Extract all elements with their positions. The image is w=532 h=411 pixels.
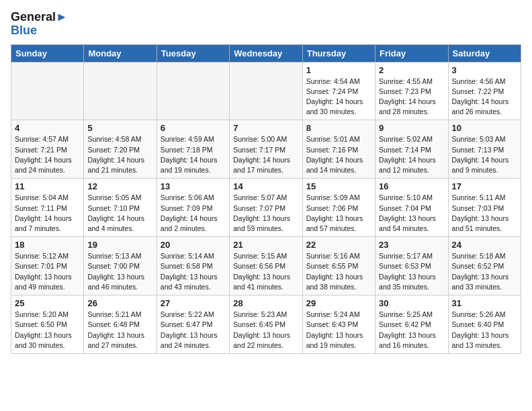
calendar-week-row: 1Sunrise: 4:54 AMSunset: 7:24 PMDaylight…	[11, 62, 521, 120]
calendar-day-cell	[230, 62, 302, 120]
day-info: Sunrise: 5:05 AMSunset: 7:10 PMDaylight:…	[87, 193, 152, 234]
calendar-day-cell: 11Sunrise: 5:04 AMSunset: 7:11 PMDayligh…	[11, 179, 84, 237]
weekday-header: Friday	[375, 44, 448, 62]
day-info: Sunrise: 5:12 AMSunset: 7:01 PMDaylight:…	[15, 251, 80, 292]
weekday-header: Saturday	[448, 44, 521, 62]
day-number: 8	[306, 123, 371, 133]
day-info: Sunrise: 5:14 AMSunset: 6:58 PMDaylight:…	[161, 251, 226, 292]
day-number: 20	[161, 240, 226, 250]
calendar-day-cell: 28Sunrise: 5:23 AMSunset: 6:45 PMDayligh…	[230, 295, 302, 354]
calendar-week-row: 11Sunrise: 5:04 AMSunset: 7:11 PMDayligh…	[11, 179, 521, 237]
day-number: 15	[306, 181, 371, 191]
day-info: Sunrise: 5:16 AMSunset: 6:55 PMDaylight:…	[306, 251, 371, 292]
calendar-day-cell	[157, 62, 229, 120]
calendar-day-cell: 12Sunrise: 5:05 AMSunset: 7:10 PMDayligh…	[84, 179, 157, 237]
calendar-day-cell: 9Sunrise: 5:02 AMSunset: 7:14 PMDaylight…	[375, 120, 448, 179]
day-info: Sunrise: 5:26 AMSunset: 6:40 PMDaylight:…	[452, 310, 517, 351]
day-number: 4	[15, 123, 80, 133]
day-info: Sunrise: 5:21 AMSunset: 6:48 PMDaylight:…	[87, 310, 152, 351]
calendar-day-cell: 25Sunrise: 5:20 AMSunset: 6:50 PMDayligh…	[11, 295, 84, 354]
day-number: 23	[379, 240, 444, 250]
weekday-header: Sunday	[11, 44, 84, 62]
calendar-day-cell: 10Sunrise: 5:03 AMSunset: 7:13 PMDayligh…	[448, 120, 521, 179]
day-info: Sunrise: 5:00 AMSunset: 7:17 PMDaylight:…	[233, 134, 298, 175]
logo: General► Blue	[11, 11, 68, 38]
day-info: Sunrise: 5:01 AMSunset: 7:16 PMDaylight:…	[306, 134, 371, 175]
calendar-week-row: 18Sunrise: 5:12 AMSunset: 7:01 PMDayligh…	[11, 237, 521, 295]
calendar-day-cell: 29Sunrise: 5:24 AMSunset: 6:43 PMDayligh…	[302, 295, 375, 354]
weekday-header: Wednesday	[230, 44, 302, 62]
day-info: Sunrise: 4:58 AMSunset: 7:20 PMDaylight:…	[87, 134, 152, 175]
calendar-day-cell: 27Sunrise: 5:22 AMSunset: 6:47 PMDayligh…	[157, 295, 229, 354]
calendar-day-cell: 17Sunrise: 5:11 AMSunset: 7:03 PMDayligh…	[448, 179, 521, 237]
calendar-day-cell: 13Sunrise: 5:06 AMSunset: 7:09 PMDayligh…	[157, 179, 229, 237]
calendar-day-cell: 23Sunrise: 5:17 AMSunset: 6:53 PMDayligh…	[375, 237, 448, 295]
day-info: Sunrise: 5:03 AMSunset: 7:13 PMDaylight:…	[452, 134, 517, 175]
day-info: Sunrise: 5:20 AMSunset: 6:50 PMDaylight:…	[15, 310, 80, 351]
calendar-day-cell: 18Sunrise: 5:12 AMSunset: 7:01 PMDayligh…	[11, 237, 84, 295]
weekday-header-row: SundayMondayTuesdayWednesdayThursdayFrid…	[11, 44, 521, 62]
calendar-day-cell	[11, 62, 84, 120]
day-number: 13	[161, 181, 226, 191]
calendar-day-cell: 26Sunrise: 5:21 AMSunset: 6:48 PMDayligh…	[84, 295, 157, 354]
calendar-day-cell: 24Sunrise: 5:18 AMSunset: 6:52 PMDayligh…	[448, 237, 521, 295]
day-info: Sunrise: 5:24 AMSunset: 6:43 PMDaylight:…	[306, 310, 371, 351]
day-info: Sunrise: 5:23 AMSunset: 6:45 PMDaylight:…	[233, 310, 298, 351]
day-number: 16	[379, 181, 444, 191]
day-info: Sunrise: 5:06 AMSunset: 7:09 PMDaylight:…	[161, 193, 226, 234]
day-number: 10	[452, 123, 517, 133]
weekday-header: Thursday	[302, 44, 375, 62]
day-info: Sunrise: 4:56 AMSunset: 7:22 PMDaylight:…	[452, 77, 517, 118]
page-header: General► Blue	[11, 11, 521, 38]
calendar-day-cell: 1Sunrise: 4:54 AMSunset: 7:24 PMDaylight…	[302, 62, 375, 120]
day-number: 29	[306, 298, 371, 308]
day-number: 3	[452, 65, 517, 75]
day-number: 22	[306, 240, 371, 250]
day-number: 11	[15, 181, 80, 191]
day-number: 12	[87, 181, 152, 191]
day-number: 30	[379, 298, 444, 308]
day-info: Sunrise: 5:25 AMSunset: 6:42 PMDaylight:…	[379, 310, 444, 351]
calendar-day-cell: 21Sunrise: 5:15 AMSunset: 6:56 PMDayligh…	[230, 237, 302, 295]
day-number: 6	[161, 123, 226, 133]
day-number: 31	[452, 298, 517, 308]
calendar-day-cell: 22Sunrise: 5:16 AMSunset: 6:55 PMDayligh…	[302, 237, 375, 295]
day-info: Sunrise: 4:55 AMSunset: 7:23 PMDaylight:…	[379, 77, 444, 118]
day-info: Sunrise: 5:09 AMSunset: 7:06 PMDaylight:…	[306, 193, 371, 234]
calendar-day-cell: 2Sunrise: 4:55 AMSunset: 7:23 PMDaylight…	[375, 62, 448, 120]
calendar-day-cell: 30Sunrise: 5:25 AMSunset: 6:42 PMDayligh…	[375, 295, 448, 354]
day-number: 19	[87, 240, 152, 250]
calendar-day-cell: 20Sunrise: 5:14 AMSunset: 6:58 PMDayligh…	[157, 237, 229, 295]
day-info: Sunrise: 5:22 AMSunset: 6:47 PMDaylight:…	[161, 310, 226, 351]
weekday-header: Tuesday	[157, 44, 229, 62]
day-info: Sunrise: 5:07 AMSunset: 7:07 PMDaylight:…	[233, 193, 298, 234]
calendar-day-cell: 15Sunrise: 5:09 AMSunset: 7:06 PMDayligh…	[302, 179, 375, 237]
weekday-header: Monday	[84, 44, 157, 62]
day-number: 27	[161, 298, 226, 308]
day-number: 14	[233, 181, 298, 191]
day-info: Sunrise: 5:17 AMSunset: 6:53 PMDaylight:…	[379, 251, 444, 292]
calendar-day-cell	[84, 62, 157, 120]
day-number: 24	[452, 240, 517, 250]
day-number: 1	[306, 65, 371, 75]
calendar-week-row: 4Sunrise: 4:57 AMSunset: 7:21 PMDaylight…	[11, 120, 521, 179]
day-number: 7	[233, 123, 298, 133]
logo-text: General► Blue	[11, 11, 68, 38]
calendar-day-cell: 5Sunrise: 4:58 AMSunset: 7:20 PMDaylight…	[84, 120, 157, 179]
calendar-day-cell: 16Sunrise: 5:10 AMSunset: 7:04 PMDayligh…	[375, 179, 448, 237]
day-info: Sunrise: 5:13 AMSunset: 7:00 PMDaylight:…	[87, 251, 152, 292]
day-number: 25	[15, 298, 80, 308]
calendar-day-cell: 14Sunrise: 5:07 AMSunset: 7:07 PMDayligh…	[230, 179, 302, 237]
calendar-day-cell: 4Sunrise: 4:57 AMSunset: 7:21 PMDaylight…	[11, 120, 84, 179]
calendar-day-cell: 7Sunrise: 5:00 AMSunset: 7:17 PMDaylight…	[230, 120, 302, 179]
calendar-table: SundayMondayTuesdayWednesdayThursdayFrid…	[11, 44, 521, 354]
day-info: Sunrise: 5:18 AMSunset: 6:52 PMDaylight:…	[452, 251, 517, 292]
day-number: 9	[379, 123, 444, 133]
day-info: Sunrise: 4:57 AMSunset: 7:21 PMDaylight:…	[15, 134, 80, 175]
calendar-day-cell: 8Sunrise: 5:01 AMSunset: 7:16 PMDaylight…	[302, 120, 375, 179]
calendar-day-cell: 31Sunrise: 5:26 AMSunset: 6:40 PMDayligh…	[448, 295, 521, 354]
day-info: Sunrise: 4:59 AMSunset: 7:18 PMDaylight:…	[161, 134, 226, 175]
day-info: Sunrise: 5:15 AMSunset: 6:56 PMDaylight:…	[233, 251, 298, 292]
day-number: 26	[87, 298, 152, 308]
day-number: 28	[233, 298, 298, 308]
